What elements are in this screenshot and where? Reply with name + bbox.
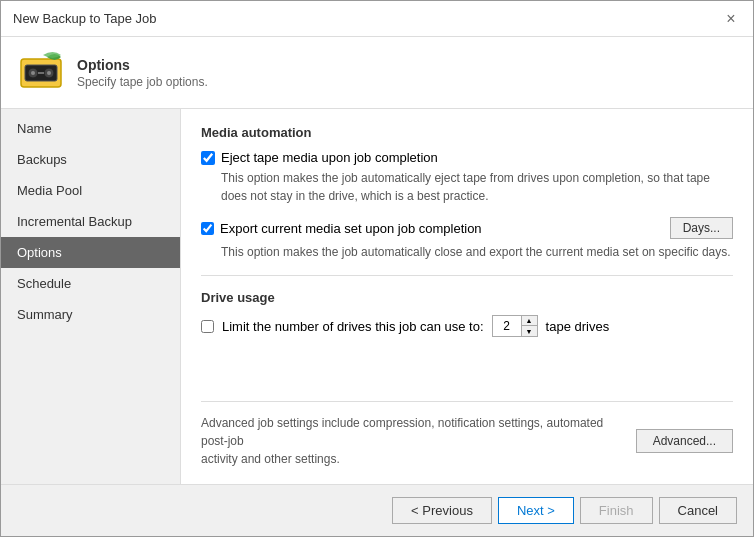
bottom-bar: < Previous Next > Finish Cancel [1,484,753,536]
drives-spinbox: ▲ ▼ [492,315,538,337]
dialog-title: New Backup to Tape Job [13,11,157,26]
content-wrapper: Media automation Eject tape media upon j… [201,125,733,468]
sidebar: Name Backups Media Pool Incremental Back… [1,109,181,484]
limit-drives-checkbox[interactable] [201,320,214,333]
header-text: Options Specify tape job options. [77,57,208,89]
header-section: Options Specify tape job options. [1,37,753,109]
spinbox-buttons: ▲ ▼ [521,316,537,336]
sidebar-item-summary[interactable]: Summary [1,299,180,330]
title-bar: New Backup to Tape Job × [1,1,753,37]
media-automation-title: Media automation [201,125,733,140]
days-button[interactable]: Days... [670,217,733,239]
content-area: Media automation Eject tape media upon j… [181,109,753,484]
next-button[interactable]: Next > [498,497,574,524]
eject-label: Eject tape media upon job completion [221,150,438,165]
spin-up-button[interactable]: ▲ [521,316,537,326]
close-button[interactable]: × [721,9,741,29]
svg-point-5 [47,71,51,75]
eject-checkbox[interactable] [201,151,215,165]
eject-description: This option makes the job automatically … [221,169,733,205]
sidebar-item-name[interactable]: Name [1,113,180,144]
content-bottom: Advanced job settings include compressio… [201,401,733,468]
drive-usage-row: Limit the number of drives this job can … [201,315,733,337]
advanced-description: Advanced job settings include compressio… [201,414,621,468]
export-checkbox-row: Export current media set upon job comple… [201,217,733,239]
eject-checkbox-row: Eject tape media upon job completion [201,150,733,165]
drives-suffix: tape drives [546,319,610,334]
cancel-button[interactable]: Cancel [659,497,737,524]
limit-drives-label: Limit the number of drives this job can … [222,319,484,334]
svg-point-3 [31,71,35,75]
sidebar-item-options[interactable]: Options [1,237,180,268]
spin-down-button[interactable]: ▼ [521,326,537,336]
sidebar-item-media-pool[interactable]: Media Pool [1,175,180,206]
finish-button[interactable]: Finish [580,497,653,524]
tape-icon [17,49,65,97]
advanced-row: Advanced job settings include compressio… [201,414,733,468]
export-label: Export current media set upon job comple… [220,221,482,236]
dialog: New Backup to Tape Job × [0,0,754,537]
previous-button[interactable]: < Previous [392,497,492,524]
export-description: This option makes the job automatically … [221,243,733,261]
sidebar-item-backups[interactable]: Backups [1,144,180,175]
content-top: Media automation Eject tape media upon j… [201,125,733,381]
page-subtitle: Specify tape job options. [77,75,208,89]
section-divider [201,275,733,276]
export-checkbox[interactable] [201,222,214,235]
sidebar-item-incremental-backup[interactable]: Incremental Backup [1,206,180,237]
drive-usage-title: Drive usage [201,290,733,305]
page-title: Options [77,57,208,73]
sidebar-item-schedule[interactable]: Schedule [1,268,180,299]
advanced-button[interactable]: Advanced... [636,429,733,453]
export-label-group: Export current media set upon job comple… [201,221,482,236]
drives-count-input[interactable] [493,316,521,336]
main-content: Name Backups Media Pool Incremental Back… [1,109,753,484]
